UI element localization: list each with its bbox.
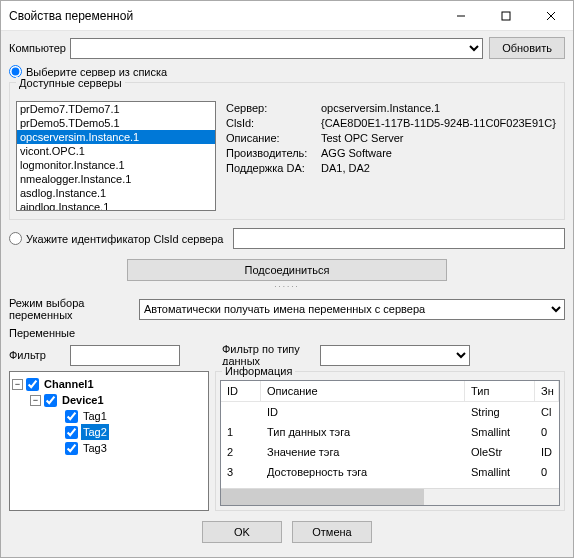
info-legend: Информация (222, 365, 295, 377)
cancel-button[interactable]: Отмена (292, 521, 372, 543)
clsid-input[interactable] (233, 228, 565, 249)
th-id[interactable]: ID (221, 381, 261, 401)
radio-enter-clsid-label: Укажите идентификатор ClsId сервера (26, 233, 223, 245)
tree-node-device[interactable]: − Device1 (30, 392, 206, 408)
tree-node-tag[interactable]: Tag2 (48, 424, 206, 440)
variable-tree[interactable]: − Channel1 − Device1 Tag1 Tag2 Tag3 (9, 371, 209, 511)
table-row[interactable]: 3Достоверность тэгаSmallint0 (221, 462, 559, 482)
detail-clsid-label: ClsId: (226, 116, 321, 131)
mode-select[interactable]: Автоматически получать имена переменных … (139, 299, 565, 320)
type-filter-select[interactable] (320, 345, 470, 366)
filter-label: Фильтр (9, 349, 64, 361)
mode-label: Режим выбора переменных (9, 297, 133, 321)
server-listbox[interactable]: prDemo7.TDemo7.1prDemo5.TDemo5.1opcserve… (16, 101, 216, 211)
tree-label-root: Channel1 (42, 376, 96, 392)
tree-label-device: Device1 (60, 392, 106, 408)
close-button[interactable] (528, 1, 573, 30)
tree-checkbox[interactable] (65, 410, 78, 423)
available-servers-group: Доступные серверы prDemo7.TDemo7.1prDemo… (9, 82, 565, 220)
detail-desc-label: Описание: (226, 131, 321, 146)
filter-input[interactable] (70, 345, 180, 366)
server-list-item[interactable]: prDemo7.TDemo7.1 (17, 102, 215, 116)
table-row[interactable]: 1Тип данных тэгаSmallint0 (221, 422, 559, 442)
tree-node-channel[interactable]: − Channel1 (12, 376, 206, 392)
table-row[interactable]: IDStringCl (221, 402, 559, 422)
server-list-item[interactable]: asdlog.Instance.1 (17, 186, 215, 200)
detail-clsid-value: {CAE8D0E1-117B-11D5-924B-11C0F023E91C} (321, 116, 558, 131)
collapse-icon[interactable]: − (12, 379, 23, 390)
tree-node-tag[interactable]: Tag1 (48, 408, 206, 424)
server-details: Сервер:opcserversim.Instance.1 ClsId:{CA… (226, 101, 558, 211)
detail-vendor-label: Производитель: (226, 146, 321, 161)
th-extra[interactable]: Зн (535, 381, 559, 401)
server-list-item[interactable]: opcserversim.Instance.1 (17, 130, 215, 144)
table-header[interactable]: ID Описание Тип Зн (221, 381, 559, 402)
horizontal-scrollbar[interactable] (221, 488, 559, 505)
tree-checkbox[interactable] (26, 378, 39, 391)
server-list-item[interactable]: aipdlog.Instance.1 (17, 200, 215, 211)
available-servers-legend: Доступные серверы (16, 77, 125, 89)
type-filter-label: Фильтр по типу данных (222, 343, 314, 367)
server-list-item[interactable]: prDemo5.TDemo5.1 (17, 116, 215, 130)
svg-rect-1 (502, 12, 510, 20)
detail-server-value: opcserversim.Instance.1 (321, 101, 558, 116)
titlebar: Свойства переменной (1, 1, 573, 31)
collapse-icon[interactable]: − (30, 395, 41, 406)
radio-select-from-list-label: Выберите сервер из списка (26, 66, 167, 78)
connect-button[interactable]: Подсоединиться (127, 259, 447, 281)
info-table[interactable]: ID Описание Тип Зн IDStringCl1Тип данных… (220, 380, 560, 506)
tree-label-tag: Tag1 (81, 408, 109, 424)
tree-checkbox[interactable] (65, 426, 78, 439)
ok-button[interactable]: OK (202, 521, 282, 543)
tree-label-tag: Tag3 (81, 440, 109, 456)
tree-checkbox[interactable] (44, 394, 57, 407)
server-list-item[interactable]: vicont.OPC.1 (17, 144, 215, 158)
minimize-button[interactable] (438, 1, 483, 30)
splitter[interactable]: ······ (9, 285, 565, 291)
refresh-button[interactable]: Обновить (489, 37, 565, 59)
detail-da-label: Поддержка DA: (226, 161, 321, 176)
server-list-item[interactable]: logmonitor.Instance.1 (17, 158, 215, 172)
dialog-window: Свойства переменной Компьютер Обновить В… (0, 0, 574, 558)
detail-vendor-value: AGG Software (321, 146, 558, 161)
computer-label: Компьютер (9, 42, 64, 54)
detail-server-label: Сервер: (226, 101, 321, 116)
maximize-button[interactable] (483, 1, 528, 30)
th-type[interactable]: Тип (465, 381, 535, 401)
variables-label: Переменные (9, 327, 565, 339)
th-desc[interactable]: Описание (261, 381, 465, 401)
tree-label-tag: Tag2 (81, 424, 109, 440)
window-title: Свойства переменной (9, 9, 438, 23)
detail-desc-value: Test OPC Server (321, 131, 558, 146)
table-row[interactable]: 2Значение тэгаOleStrID (221, 442, 559, 462)
tree-checkbox[interactable] (65, 442, 78, 455)
info-group: Информация ID Описание Тип Зн IDStringCl… (215, 371, 565, 511)
computer-select[interactable] (70, 38, 483, 59)
tree-node-tag[interactable]: Tag3 (48, 440, 206, 456)
server-list-item[interactable]: nmealogger.Instance.1 (17, 172, 215, 186)
radio-enter-clsid[interactable] (9, 232, 22, 245)
detail-da-value: DA1, DA2 (321, 161, 558, 176)
